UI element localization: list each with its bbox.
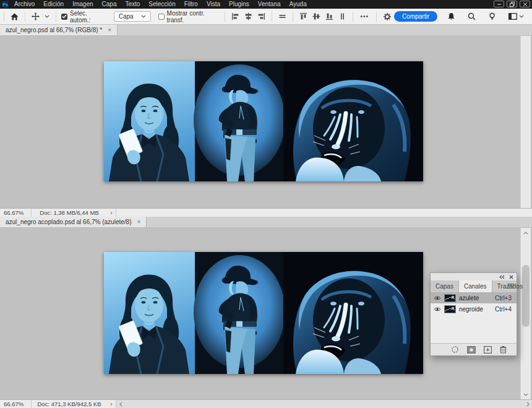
notifications-button[interactable]	[445, 12, 458, 20]
panel-tabs: Capas Canales Trazados	[431, 280, 517, 292]
menu-filtro[interactable]: Filtro	[180, 0, 202, 9]
show-transform-label: Mostrar contr. transf.	[167, 10, 221, 24]
doc2-status-bar: 66.67% Doc: 471,3 KB/942,5 KB ›	[0, 399, 532, 408]
menu-edicion[interactable]: Edición	[39, 0, 68, 9]
doc1-status-bar: 66.67% Doc: 1,38 MB/6,44 MB ›	[0, 208, 532, 217]
channel-shortcut: Ctrl+4	[495, 306, 513, 313]
tab-capas[interactable]: Capas	[431, 280, 459, 292]
scroll-up-arrow[interactable]	[521, 228, 531, 237]
auto-select-target-dropdown[interactable]: Capa	[114, 11, 151, 22]
scroll-thumb[interactable]	[522, 265, 530, 327]
align-horizontal-centers-button[interactable]	[310, 12, 323, 20]
visibility-eye-icon[interactable]	[434, 306, 441, 312]
menu-ventana[interactable]: Ventana	[254, 0, 285, 9]
channels-panel: Capas Canales Trazados azulete Ctrl+3 ne…	[430, 272, 517, 356]
align-vertical-centers-button[interactable]	[242, 12, 255, 20]
close-panel-icon[interactable]	[509, 275, 513, 279]
channel-row-azulete[interactable]: azulete Ctrl+3	[431, 292, 517, 303]
menu-archivo[interactable]: Archivo	[10, 0, 39, 9]
panel-menu-button[interactable]	[508, 284, 514, 289]
auto-select-checkbox[interactable]	[61, 14, 67, 20]
search-button[interactable]	[465, 12, 478, 20]
chevron-down-icon	[141, 15, 146, 18]
doc2-tab[interactable]: azul_negro acoplado.psd al 66,7% (azulet…	[0, 217, 147, 227]
align-vertical-centers-icon	[244, 12, 252, 20]
doc2-vertical-scrollbar[interactable]	[520, 228, 531, 399]
visibility-eye-icon[interactable]	[434, 295, 441, 301]
doc1-doc-info: Doc: 1,38 MB/6,44 MB	[32, 209, 107, 216]
separator	[116, 209, 116, 217]
show-transform-checkbox[interactable]	[158, 14, 165, 20]
panel-header	[431, 273, 517, 280]
separator	[56, 12, 56, 22]
distribute-horizontal-button[interactable]	[276, 12, 289, 20]
close-icon	[523, 2, 528, 7]
doc1-image-triptych[interactable]	[104, 61, 423, 181]
move-tool-button[interactable]	[29, 12, 42, 20]
distribute-vertical-button[interactable]	[336, 12, 349, 20]
align-left-edges-button[interactable]	[229, 12, 242, 20]
scroll-left-arrow[interactable]	[116, 402, 125, 407]
doc1-tab-close-icon[interactable]: ×	[108, 27, 111, 33]
channel-shortcut: Ctrl+3	[495, 295, 513, 302]
discover-button[interactable]	[486, 12, 499, 21]
tab-canales[interactable]: Canales	[459, 280, 492, 292]
doc2-horizontal-scrollbar[interactable]	[116, 400, 532, 408]
menu-capa[interactable]: Capa	[98, 0, 121, 9]
scroll-down-arrow[interactable]	[521, 390, 531, 399]
home-icon	[11, 13, 19, 20]
menu-texto[interactable]: Texto	[121, 0, 144, 9]
window-controls	[494, 1, 530, 7]
align-bottom-edges-button[interactable]	[323, 12, 336, 20]
menu-seleccion[interactable]: Selección	[144, 0, 179, 9]
home-button[interactable]	[8, 13, 21, 20]
doc2-status-chevron[interactable]: ›	[107, 401, 116, 407]
more-options-button[interactable]: •••	[357, 13, 373, 20]
chevron-left-icon	[119, 402, 122, 407]
separator	[293, 12, 293, 22]
menu-plugins[interactable]: Plugins	[225, 0, 254, 9]
doc2-tab-close-icon[interactable]: ×	[137, 219, 140, 225]
menu-vista[interactable]: Vista	[202, 0, 225, 9]
panel-resize-grip[interactable]	[466, 356, 481, 358]
collapse-panel-icon[interactable]	[499, 275, 505, 279]
menu-ayuda[interactable]: Ayuda	[285, 0, 311, 9]
workspace-switcher[interactable]	[506, 13, 526, 20]
panel-menu-icon	[508, 284, 514, 289]
chevron-down-icon	[523, 393, 528, 396]
doc1-vertical-scrollbar[interactable]	[520, 36, 531, 208]
channels-list: azulete Ctrl+3 negroide Ctrl+4	[431, 292, 517, 343]
load-selection-icon[interactable]	[451, 345, 459, 354]
doc2-tab-title: azul_negro acoplado.psd al 66,7% (azulet…	[6, 219, 131, 225]
doc1-status-chevron[interactable]: ›	[107, 209, 116, 216]
doc1-canvas[interactable]	[0, 36, 532, 208]
delete-channel-trash-icon[interactable]	[500, 345, 507, 354]
chevron-up-icon	[523, 232, 528, 235]
new-channel-icon[interactable]	[484, 346, 492, 354]
channel-thumbnail	[445, 295, 455, 302]
channel-name: azulete	[459, 295, 491, 302]
align-top-edges-button[interactable]	[297, 12, 310, 20]
scroll-right-arrow[interactable]	[523, 402, 532, 407]
doc1-tab[interactable]: azul_negro.psd al 66,7% (RGB/8) * ×	[0, 25, 118, 35]
share-button[interactable]: Compartir	[394, 11, 437, 22]
restore-icon	[510, 2, 515, 7]
align-right-edges-button[interactable]	[255, 12, 268, 20]
channel-row-negroide[interactable]: negroide Ctrl+4	[431, 303, 517, 315]
tool-settings-button[interactable]	[380, 12, 394, 21]
distribute-horizontal-icon	[278, 12, 286, 20]
channel-thumbnail	[445, 306, 455, 313]
doc2-image-triptych[interactable]	[104, 252, 423, 374]
doc2-zoom-field[interactable]: 66.67%	[0, 401, 31, 407]
doc1-zoom-field[interactable]: 66.67%	[0, 209, 31, 216]
restore-button[interactable]	[507, 1, 517, 7]
move-tool-dropdown[interactable]	[42, 15, 52, 18]
save-selection-as-channel-icon[interactable]	[467, 346, 476, 354]
separator	[272, 12, 272, 22]
menu-imagen[interactable]: Imagen	[68, 0, 97, 9]
gear-icon	[383, 12, 392, 21]
chevron-down-icon	[45, 15, 49, 18]
close-button[interactable]	[520, 1, 530, 7]
auto-select-label: Selec. autom.:	[70, 10, 108, 24]
minimize-button[interactable]	[494, 1, 504, 7]
